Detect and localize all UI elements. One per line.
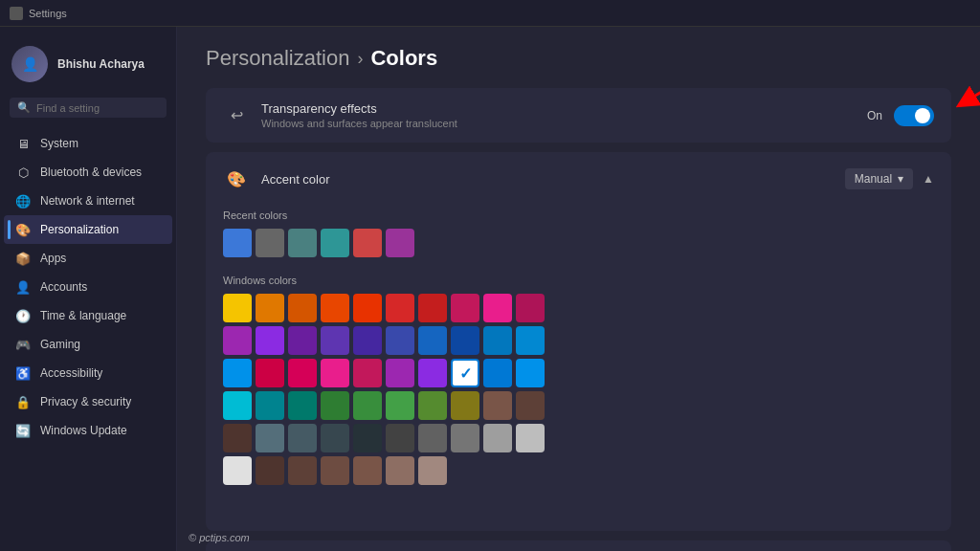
windows-color-swatch[interactable]: [223, 326, 252, 355]
windows-color-swatch[interactable]: [288, 456, 317, 485]
windows-color-swatch[interactable]: [353, 424, 382, 452]
windows-color-swatch[interactable]: [451, 424, 479, 452]
windows-color-swatch[interactable]: [288, 326, 317, 355]
windows-color-swatch[interactable]: [386, 424, 414, 452]
windows-color-swatch[interactable]: [321, 294, 349, 322]
windows-color-swatch[interactable]: [223, 424, 252, 452]
windows-color-swatch[interactable]: [321, 391, 349, 420]
sidebar-item-network[interactable]: 🌐 Network & internet: [4, 187, 172, 215]
windows-color-swatch[interactable]: [386, 391, 414, 420]
search-input[interactable]: [36, 102, 159, 114]
transparency-desc: Windows and surfaces appear translucent: [261, 118, 457, 129]
windows-color-swatch[interactable]: [223, 456, 252, 485]
windows-color-swatch[interactable]: [451, 294, 479, 322]
windows-color-swatch[interactable]: [256, 359, 284, 387]
recent-color-swatch[interactable]: [223, 229, 252, 257]
windows-color-swatch[interactable]: [353, 456, 382, 485]
accent-dropdown-value: Manual: [855, 172, 892, 186]
recent-color-swatch[interactable]: [256, 229, 284, 257]
windows-color-swatch[interactable]: [516, 424, 545, 452]
windows-color-swatch[interactable]: [418, 456, 447, 485]
user-name: Bhishu Acharya: [57, 57, 145, 71]
custom-colors-row: Custom colors View colors: [206, 540, 951, 551]
search-box[interactable]: 🔍: [10, 98, 167, 118]
sidebar-item-personalization[interactable]: 🎨 Personalization: [4, 215, 172, 244]
windows-color-swatch[interactable]: [483, 391, 512, 420]
windows-color-swatch[interactable]: [386, 359, 414, 387]
windows-color-swatch[interactable]: [256, 294, 284, 322]
accent-icon: 🎨: [223, 165, 250, 192]
sidebar-item-gaming[interactable]: 🎮 Gaming: [4, 330, 172, 359]
recent-colors-swatches: [223, 229, 934, 257]
accent-header[interactable]: 🎨 Accent color Manual ▾ ▲: [206, 152, 951, 206]
recent-color-swatch[interactable]: [386, 229, 414, 257]
windows-color-swatch[interactable]: [516, 326, 545, 355]
windows-color-swatch[interactable]: [418, 391, 447, 420]
windows-color-swatch[interactable]: [353, 359, 382, 387]
windows-color-swatch[interactable]: [353, 391, 382, 420]
sidebar-item-accounts[interactable]: 👤 Accounts: [4, 273, 172, 301]
windows-color-swatch[interactable]: [223, 391, 252, 420]
empty-swatch-cell: [516, 456, 545, 485]
windows-color-swatch[interactable]: ✓: [451, 359, 479, 387]
sidebar-item-bluetooth[interactable]: ⬡ Bluetooth & devices: [4, 158, 172, 187]
windows-color-swatch[interactable]: [288, 294, 317, 322]
sidebar-item-label: System: [40, 137, 78, 150]
windows-color-swatch[interactable]: [223, 359, 252, 387]
windows-color-swatch[interactable]: [353, 294, 382, 322]
recent-color-swatch[interactable]: [321, 229, 349, 257]
windows-color-swatch[interactable]: [288, 424, 317, 452]
recent-color-swatch[interactable]: [353, 229, 382, 257]
windows-color-swatch[interactable]: [321, 326, 349, 355]
windows-color-swatch[interactable]: [386, 456, 414, 485]
windows-color-swatch[interactable]: [321, 359, 349, 387]
sidebar-item-accessibility[interactable]: ♿ Accessibility: [4, 359, 172, 387]
windows-color-swatch[interactable]: [516, 391, 545, 420]
network-icon: 🌐: [15, 193, 31, 209]
sidebar-item-label: Apps: [40, 252, 66, 265]
user-profile: 👤 Bhishu Acharya: [0, 38, 176, 98]
transparency-toggle[interactable]: [894, 105, 934, 126]
sidebar-item-label: Personalization: [40, 223, 119, 236]
windows-color-swatch[interactable]: [451, 326, 479, 355]
windows-color-swatch[interactable]: [288, 391, 317, 420]
windows-color-swatch[interactable]: [418, 326, 447, 355]
windows-color-swatch[interactable]: [451, 391, 479, 420]
sidebar-item-apps[interactable]: 📦 Apps: [4, 244, 172, 273]
svg-line-0: [966, 90, 980, 101]
windows-color-swatch[interactable]: [353, 326, 382, 355]
avatar: 👤: [11, 46, 48, 82]
empty-swatch-cell: [483, 456, 512, 485]
system-icon: 🖥: [15, 136, 31, 151]
windows-color-swatch[interactable]: [483, 359, 512, 387]
windows-color-swatch[interactable]: [223, 294, 252, 322]
windows-color-swatch[interactable]: [386, 294, 414, 322]
windows-color-swatch[interactable]: [418, 294, 447, 322]
windows-color-swatch[interactable]: [256, 424, 284, 452]
windows-color-swatch[interactable]: [256, 456, 284, 485]
windows-color-swatch[interactable]: [483, 424, 512, 452]
accent-dropdown[interactable]: Manual ▾: [845, 168, 913, 189]
windows-color-swatch[interactable]: [321, 456, 349, 485]
windows-color-swatch[interactable]: [256, 326, 284, 355]
transparency-icon: ↩: [223, 102, 250, 129]
sidebar-item-time[interactable]: 🕐 Time & language: [4, 301, 172, 330]
windows-color-swatch[interactable]: [321, 424, 349, 452]
windows-color-swatch[interactable]: [483, 294, 512, 322]
sidebar-item-system[interactable]: 🖥 System: [4, 129, 172, 158]
sidebar-item-privacy[interactable]: 🔒 Privacy & security: [4, 387, 172, 416]
gaming-icon: 🎮: [15, 337, 31, 352]
recent-color-swatch[interactable]: [288, 229, 317, 257]
windows-color-swatch[interactable]: [256, 391, 284, 420]
windows-color-swatch[interactable]: [288, 359, 317, 387]
windows-color-swatch[interactable]: [516, 359, 545, 387]
windows-color-swatch[interactable]: [386, 326, 414, 355]
sidebar-item-label: Accounts: [40, 280, 87, 294]
windows-color-swatch[interactable]: [418, 359, 447, 387]
windows-color-swatch[interactable]: [483, 326, 512, 355]
transparency-title: Transparency effects: [261, 101, 457, 116]
windows-color-swatch[interactable]: [418, 424, 447, 452]
windows-color-swatch[interactable]: [516, 294, 545, 322]
sidebar-item-update[interactable]: 🔄 Windows Update: [4, 416, 172, 445]
transparency-row-left: ↩ Transparency effects Windows and surfa…: [223, 101, 457, 129]
